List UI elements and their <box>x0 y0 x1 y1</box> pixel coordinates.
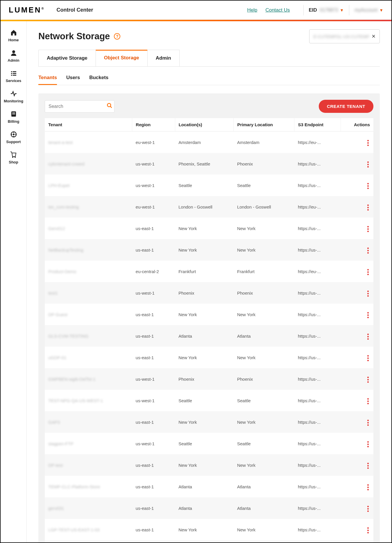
row-actions-icon[interactable] <box>366 526 370 535</box>
row-actions-icon[interactable] <box>366 354 370 362</box>
row-actions-icon[interactable] <box>366 332 370 341</box>
svg-rect-4 <box>13 73 16 74</box>
cell-region: us-west-1 <box>132 433 175 454</box>
row-actions-icon[interactable] <box>366 268 370 276</box>
cell-region: eu-west-1 <box>132 131 175 153</box>
sidebar-item-home[interactable]: Home <box>1 25 26 46</box>
eid-chevron-icon[interactable]: ▼ <box>340 8 344 13</box>
cell-s3: https://us-... <box>294 218 341 239</box>
row-actions-icon[interactable] <box>366 160 370 169</box>
col-primarylocation: Primary Location <box>234 118 294 131</box>
cell-locations: New York <box>175 304 234 325</box>
cell-s3: https://eu-... <box>294 196 341 218</box>
cell-tenant: LGP-TEST-US-EAST-1-03 <box>45 519 132 540</box>
cell-s3: https://us-... <box>294 282 341 304</box>
svg-point-11 <box>13 133 15 135</box>
cell-s3: https://us-... <box>294 304 341 325</box>
col-locations: Location(s) <box>175 118 234 131</box>
sidebar-item-services[interactable]: Services <box>1 66 26 86</box>
row-actions-icon[interactable] <box>366 139 370 147</box>
cell-primary: London - Goswell <box>234 196 294 218</box>
cell-s3: https://us-... <box>294 411 341 433</box>
app-title: Control Center <box>57 7 93 13</box>
cell-locations: Phoenix <box>175 282 234 304</box>
cell-primary: Atlanta <box>234 497 294 519</box>
help-icon[interactable]: ? <box>114 33 120 40</box>
table-row: DP-Guestus-east-1New YorkNew Yorkhttps:/… <box>45 304 373 325</box>
search-input[interactable] <box>49 104 107 109</box>
row-actions-icon[interactable] <box>366 203 370 212</box>
table-row: Product-Demoeu-central-2FrankfurtFrankfu… <box>45 261 373 282</box>
row-actions-icon[interactable] <box>366 419 370 427</box>
close-icon[interactable]: × <box>372 33 375 40</box>
cell-primary: Atlanta <box>234 476 294 497</box>
cell-primary: Frankfurt <box>234 261 294 282</box>
eid-label: EID <box>309 7 317 13</box>
cell-locations: New York <box>175 218 234 239</box>
subtab-users[interactable]: Users <box>66 72 80 85</box>
sidebar-item-billing[interactable]: Billing <box>1 107 26 127</box>
account-name: myAccount <box>355 8 377 13</box>
cell-region: us-east-1 <box>132 476 175 497</box>
context-selector[interactable]: E-CUTEMPGL-US-CUTEMP × <box>309 29 380 43</box>
eid-value: 0179873 <box>320 8 338 13</box>
row-actions-icon[interactable] <box>366 225 370 233</box>
sidebar-item-monitoring[interactable]: Monitoring <box>1 86 26 107</box>
col-tenant: Tenant <box>45 118 132 131</box>
svg-point-12 <box>12 157 13 158</box>
shop-icon <box>10 151 17 158</box>
row-actions-icon[interactable] <box>366 375 370 384</box>
cell-tenant: Product-Demo <box>45 261 132 282</box>
row-actions-icon[interactable] <box>366 289 370 298</box>
table-row: stagpen-FTPus-west-1SeattleSeattlehttps:… <box>45 433 373 454</box>
help-link[interactable]: Help <box>247 7 257 13</box>
row-actions-icon[interactable] <box>366 182 370 190</box>
row-actions-icon[interactable] <box>366 311 370 319</box>
cell-s3: https://us-... <box>294 519 341 540</box>
table-row: Test-Tenant-03us-east-1Atlanta, New York… <box>45 540 373 542</box>
tab-object-storage[interactable]: Object Storage <box>96 50 148 66</box>
account-chevron-icon[interactable]: ▼ <box>379 8 383 13</box>
svg-rect-3 <box>11 73 12 74</box>
cell-s3: https://us-... <box>294 239 341 261</box>
row-actions-icon[interactable] <box>366 483 370 492</box>
contact-link[interactable]: Contact Us <box>265 7 290 13</box>
cell-region: us-east-1 <box>132 519 175 540</box>
row-actions-icon[interactable] <box>366 505 370 513</box>
create-tenant-button[interactable]: CREATE TENANT <box>319 100 373 113</box>
table-row: GLS-CVM-TESTINGus-east-1AtlantaAtlantaht… <box>45 325 373 347</box>
svg-line-15 <box>110 106 112 108</box>
cell-tenant: tec_cvm-testing <box>45 196 132 218</box>
cell-s3: https://us-... <box>294 153 341 175</box>
cell-tenant: Gerv012 <box>45 218 132 239</box>
search-icon[interactable] <box>107 103 112 110</box>
cell-locations: Seattle <box>175 433 234 454</box>
tab-adaptive-storage[interactable]: Adaptive Storage <box>38 50 96 66</box>
svg-rect-8 <box>12 113 15 113</box>
cell-primary: New York <box>234 347 294 368</box>
svg-rect-6 <box>13 75 16 76</box>
table-row: test1us-west-1PhoenixPhoenixhttps://us-.… <box>45 282 373 304</box>
cell-locations: Phoenix, Seattle <box>175 153 234 175</box>
cell-primary: New York <box>234 304 294 325</box>
tab-admin[interactable]: Admin <box>147 50 180 66</box>
sidebar-item-support[interactable]: Support <box>1 127 26 147</box>
svg-point-0 <box>12 50 15 53</box>
table-row: NetBackupTestingus-east-1New YorkNew Yor… <box>45 239 373 261</box>
cell-s3: https://us-... <box>294 368 341 390</box>
cell-locations: Atlanta <box>175 497 234 519</box>
cell-primary: New York <box>234 239 294 261</box>
col-sendpoint: S3 Endpoint <box>294 118 341 131</box>
subtab-buckets[interactable]: Buckets <box>89 72 108 85</box>
row-actions-icon[interactable] <box>366 440 370 448</box>
search-box[interactable] <box>45 100 114 113</box>
subtab-tenants[interactable]: Tenants <box>38 72 57 85</box>
row-actions-icon[interactable] <box>366 397 370 405</box>
cell-region: us-west-1 <box>132 390 175 411</box>
cell-locations: Atlanta <box>175 325 234 347</box>
sidebar-item-admin[interactable]: Admin <box>1 46 26 66</box>
row-actions-icon[interactable] <box>366 462 370 470</box>
cell-locations: Amsterdam <box>175 131 234 153</box>
sidebar-item-shop[interactable]: Shop <box>1 147 26 168</box>
row-actions-icon[interactable] <box>366 246 370 255</box>
